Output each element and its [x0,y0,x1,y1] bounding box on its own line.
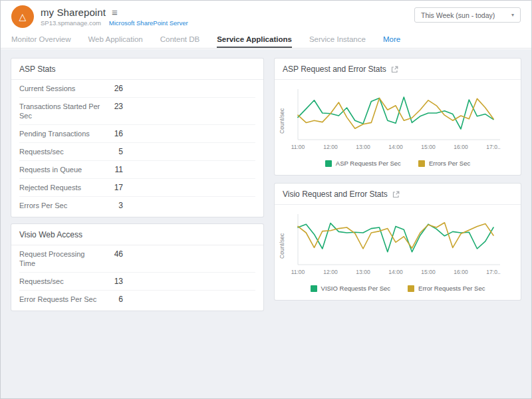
sharepoint-alert-icon: △ [11,5,34,28]
stat-row-current-sessions: Current Sessions26 [19,80,255,98]
svg-text:11:00: 11:00 [291,269,305,275]
visio-stats-title: Visio Web Access [19,230,82,239]
asp-chart-title: ASP Request and Error Stats [283,65,386,74]
stats-column: ASP Stats Current Sessions26Transactions… [11,59,263,389]
svg-text:16:00: 16:00 [454,269,468,275]
chart-plot-visio_chart: 11:0012:0013:0014:0015:0016:0017:0.. [287,210,511,279]
tab-service-applications[interactable]: Service Applications [217,33,292,48]
dashboard-content: ASP Stats Current Sessions26Transactions… [1,49,531,398]
svg-text:15:00: 15:00 [421,269,436,275]
visio-stats-rows: Request Processing Time46Requests/sec13E… [11,245,263,311]
tab-web-application[interactable]: Web Application [88,33,142,48]
stat-row-requests-sec: Requests/sec5 [19,143,255,161]
asp-stats-panel: ASP Stats Current Sessions26Transactions… [11,59,263,217]
stat-label: Request Processing Time [19,249,100,268]
stat-value: 3 [106,201,123,210]
header-text: my Sharepoint ≡ SP13.spmanage.com Micros… [41,7,188,27]
legend-swatch [311,285,317,292]
stat-row-requests-in-queue: Requests in Queue11 [19,161,255,179]
time-range-select[interactable]: This Week (sun - today) ▾ [414,7,521,23]
legend-item-error-requests-per-sec[interactable]: Error Requests Per Sec [408,285,485,292]
stat-row-transactions-started-per-sec: Transactions Started Per Sec23 [19,98,255,125]
visio-chart-panel: Visio Request and Error Stats Count/sec … [275,184,521,300]
stat-row-requests-sec: Requests/sec13 [19,273,255,291]
visio-chart-title: Visio Request and Error Stats [283,190,388,199]
svg-text:11:00: 11:00 [291,144,305,150]
open-in-new-icon[interactable] [391,66,398,73]
svg-text:12:00: 12:00 [323,269,338,275]
asp-stats-rows: Current Sessions26Transactions Started P… [11,80,263,217]
stat-value: 17 [106,183,123,192]
line-chart: 11:0012:0013:0014:0015:0016:0017:0.. [287,210,511,282]
visio-stats-panel: Visio Web Access Request Processing Time… [11,224,263,311]
stat-value: 26 [106,84,123,93]
stat-label: Error Requests Per Sec [19,295,100,304]
time-range-value: This Week (sun - today) [421,11,495,19]
legend-label: Error Requests Per Sec [418,285,485,292]
chart-legend: ASP Requests Per SecErrors Per Sec [275,157,521,175]
svg-text:15:00: 15:00 [421,144,436,150]
asp-stats-title: ASP Stats [19,65,55,74]
legend-swatch [408,285,414,292]
y-axis-label: Count/sec [279,91,287,151]
chart-legend: VISIO Requests Per SecError Requests Per… [275,282,521,300]
svg-text:13:00: 13:00 [356,269,370,275]
stat-value: 13 [106,277,123,286]
stat-label: Requests/sec [19,147,100,156]
y-axis-label: Count/sec [279,216,287,276]
open-in-new-icon[interactable] [392,191,400,198]
stat-label: Requests in Queue [19,165,100,174]
stat-value: 11 [106,165,123,174]
stat-value: 46 [106,249,123,259]
stat-label: Pending Transactions [19,129,100,138]
stat-row-pending-transactions: Pending Transactions16 [19,125,255,143]
tab-more[interactable]: More [383,33,400,48]
stat-label: Requests/sec [19,277,100,286]
legend-label: ASP Requests Per Sec [336,160,401,167]
legend-item-visio-requests-per-sec[interactable]: VISIO Requests Per Sec [311,285,391,292]
stat-row-rejected-requests: Rejected Requests17 [19,179,255,197]
charts-column: ASP Request and Error Stats Count/sec 11… [275,59,521,389]
svg-text:13:00: 13:00 [356,144,370,150]
stat-label: Transactions Started Per Sec [19,102,100,120]
stat-value: 23 [106,102,123,111]
tab-bar: Monitor OverviewWeb ApplicationContent D… [1,33,531,49]
chevron-down-icon: ▾ [511,12,514,18]
stat-value: 16 [106,129,123,138]
legend-item-asp-requests-per-sec[interactable]: ASP Requests Per Sec [325,160,401,167]
top-bar: △ my Sharepoint ≡ SP13.spmanage.com Micr… [1,1,531,33]
legend-swatch [325,160,332,167]
legend-item-errors-per-sec[interactable]: Errors Per Sec [418,160,470,167]
stat-row-errors-per-sec: Errors Per Sec3 [19,197,255,214]
stat-label: Rejected Requests [19,183,100,192]
server-type-link[interactable]: Microsoft SharePoint Server [109,19,188,27]
svg-text:14:00: 14:00 [388,144,403,150]
page-title: my Sharepoint [41,7,106,18]
svg-text:17:0..: 17:0.. [486,144,500,150]
host-name: SP13.spmanage.com [41,19,101,27]
stat-label: Errors Per Sec [19,201,100,210]
stat-value: 6 [106,295,123,304]
asp-chart-panel: ASP Request and Error Stats Count/sec 11… [275,59,521,175]
svg-text:16:00: 16:00 [454,144,468,150]
svg-text:12:00: 12:00 [323,144,338,150]
svg-text:14:00: 14:00 [388,269,403,275]
stat-label: Current Sessions [19,84,100,93]
tab-monitor-overview[interactable]: Monitor Overview [11,33,70,48]
tab-service-instance[interactable]: Service Instance [309,33,366,48]
alert-triangle-icon: △ [19,11,27,22]
hamburger-menu-icon[interactable]: ≡ [112,7,118,17]
legend-label: VISIO Requests Per Sec [321,285,391,292]
app-window: △ my Sharepoint ≡ SP13.spmanage.com Micr… [0,0,532,399]
legend-swatch [418,160,425,167]
line-chart: 11:0012:0013:0014:0015:0016:0017:0.. [287,85,511,157]
stat-row-request-processing-time: Request Processing Time46 [19,245,255,273]
legend-label: Errors Per Sec [429,160,470,167]
stat-value: 5 [106,147,123,156]
svg-text:17:0..: 17:0.. [486,269,500,275]
stat-row-error-requests-per-sec: Error Requests Per Sec6 [19,291,255,308]
chart-plot-asp_chart: 11:0012:0013:0014:0015:0016:0017:0.. [287,85,511,154]
tab-content-db[interactable]: Content DB [160,33,200,48]
